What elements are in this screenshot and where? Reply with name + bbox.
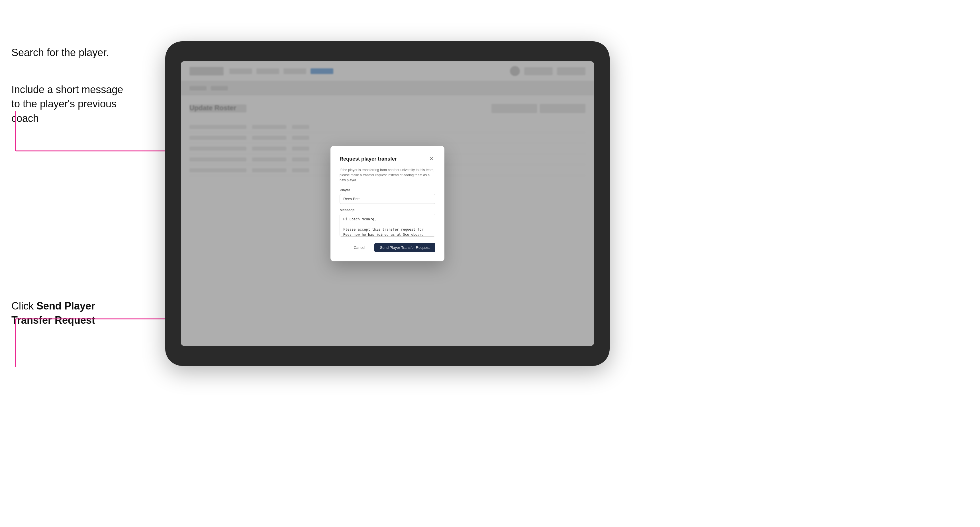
cancel-button[interactable]: Cancel xyxy=(348,243,371,252)
tablet-device: Update Roster xyxy=(165,41,610,366)
annotation-click: Click Send Player Transfer Request xyxy=(11,299,125,328)
modal-overlay: Request player transfer ✕ If the player … xyxy=(181,61,594,346)
tablet-screen: Update Roster xyxy=(181,61,594,346)
annotation-search: Search for the player. xyxy=(11,46,109,60)
send-transfer-request-button[interactable]: Send Player Transfer Request xyxy=(374,243,435,252)
modal-description: If the player is transferring from anoth… xyxy=(340,167,435,183)
transfer-request-modal: Request player transfer ✕ If the player … xyxy=(331,146,444,261)
message-textarea[interactable]: Hi Coach McHarg, Please accept this tran… xyxy=(340,214,435,237)
modal-close-button[interactable]: ✕ xyxy=(427,155,435,163)
player-field-label: Player xyxy=(340,188,435,192)
modal-title: Request player transfer xyxy=(340,156,397,162)
message-field-label: Message xyxy=(340,208,435,212)
modal-footer: Cancel Send Player Transfer Request xyxy=(340,243,435,252)
player-search-input[interactable] xyxy=(340,194,435,204)
annotation-message: Include a short message to the player's … xyxy=(11,83,154,125)
modal-header: Request player transfer ✕ xyxy=(340,155,435,163)
